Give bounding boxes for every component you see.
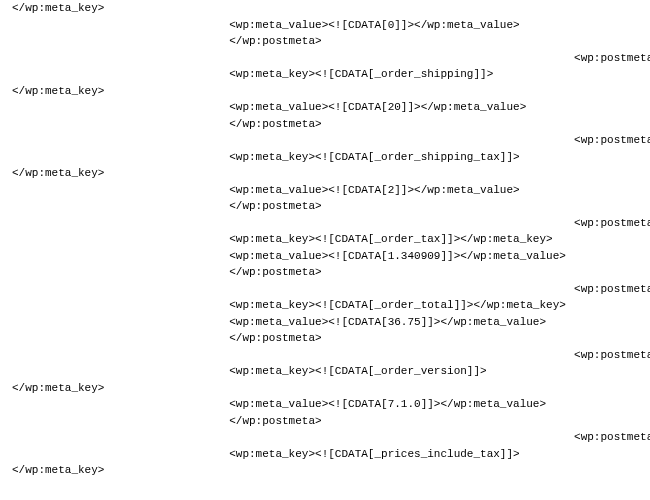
code-line: <wp:meta_value><![CDATA[20]]></wp:meta_v… [0,99,650,116]
code-line: <wp:meta_value><![CDATA[36.75]]></wp:met… [0,314,650,331]
code-line: <wp:meta_value><![CDATA[1.340909]]></wp:… [0,248,650,265]
code-line: <wp:postmeta> [0,429,650,446]
code-line: </wp:postmeta> [0,413,650,430]
xml-code-block: </wp:meta_key> <wp:meta_value><![CDATA[0… [0,0,650,479]
code-line: <wp:meta_key><![CDATA[_order_total]]></w… [0,297,650,314]
code-line: <wp:meta_key><![CDATA[_order_shipping]]> [0,66,650,83]
code-line: <wp:meta_key><![CDATA[_prices_include_ta… [0,446,650,463]
code-line: <wp:meta_key><![CDATA[_order_tax]]></wp:… [0,231,650,248]
code-line: </wp:meta_key> [0,0,650,17]
code-line: </wp:postmeta> [0,33,650,50]
code-line: <wp:meta_key><![CDATA[_order_shipping_ta… [0,149,650,166]
code-line: </wp:postmeta> [0,198,650,215]
code-line: <wp:postmeta> [0,215,650,232]
code-line: </wp:postmeta> [0,330,650,347]
code-line: </wp:postmeta> [0,116,650,133]
code-line: <wp:postmeta> [0,347,650,364]
code-line: </wp:postmeta> [0,264,650,281]
code-line: <wp:postmeta> [0,50,650,67]
code-line: <wp:postmeta> [0,281,650,298]
code-line: </wp:meta_key> [0,83,650,100]
code-line: <wp:meta_value><![CDATA[2]]></wp:meta_va… [0,182,650,199]
code-line: <wp:meta_key><![CDATA[_order_version]]> [0,363,650,380]
code-line: <wp:postmeta> [0,132,650,149]
code-line: <wp:meta_value><![CDATA[7.1.0]]></wp:met… [0,396,650,413]
code-line: <wp:meta_value><![CDATA[0]]></wp:meta_va… [0,17,650,34]
code-line: </wp:meta_key> [0,462,650,479]
code-line: </wp:meta_key> [0,380,650,397]
code-line: </wp:meta_key> [0,165,650,182]
